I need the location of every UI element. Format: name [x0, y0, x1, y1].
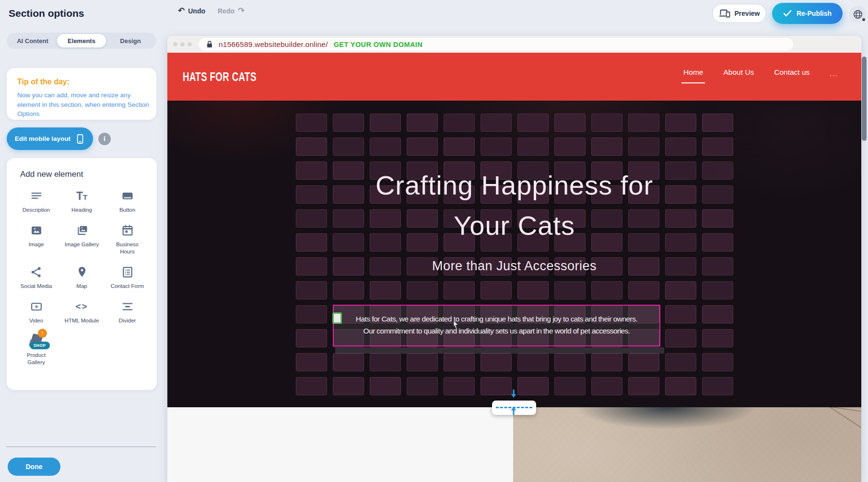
- element-item-social-media[interactable]: Social Media: [13, 265, 59, 290]
- element-label: Heading: [71, 207, 92, 214]
- element-item-video[interactable]: Video: [13, 299, 59, 324]
- element-label: Map: [76, 283, 87, 290]
- element-item-contact-form[interactable]: Contact Form: [105, 265, 150, 290]
- preview-label: Preview: [735, 10, 760, 17]
- check-icon: [783, 10, 792, 17]
- element-label: HTML Module: [65, 317, 99, 324]
- redo-label: Redo: [218, 7, 235, 15]
- canvas-scrollbar[interactable]: [862, 57, 867, 141]
- paving-image: [513, 407, 861, 482]
- phone-icon: [75, 134, 85, 144]
- element-item-business-hours[interactable]: Business Hours: [105, 223, 150, 255]
- edit-mobile-label: Edit mobile layout: [15, 135, 70, 142]
- image-icon: [26, 223, 47, 238]
- video-icon: [26, 299, 47, 314]
- panel-divider: [6, 447, 156, 447]
- hero-heading[interactable]: Crafting Happiness for Your Cats: [167, 165, 861, 246]
- undo-icon: ↶: [178, 7, 185, 15]
- globe-icon: [853, 9, 863, 20]
- element-item-heading[interactable]: TTHeading: [59, 189, 105, 214]
- selected-description-element[interactable]: Hats for Cats, we are dedicated to craft…: [333, 305, 660, 346]
- redo-button[interactable]: Redo ↷: [218, 7, 245, 15]
- tip-of-the-day-card: Tip of the day: Now you can add, move an…: [7, 68, 156, 120]
- hero-section[interactable]: Crafting Happiness for Your Cats More th…: [167, 101, 861, 407]
- product-gallery-icon: ↑SHOP: [26, 334, 47, 348]
- done-button[interactable]: Done: [8, 458, 60, 476]
- language-globe-button[interactable]: [849, 6, 867, 23]
- element-item-map[interactable]: Map: [59, 265, 105, 290]
- resize-arrow-up-icon: [510, 406, 517, 417]
- site-logo[interactable]: HATS FOR CATS: [183, 69, 257, 84]
- heading-icon: TT: [71, 189, 93, 203]
- lock-icon: [206, 40, 213, 48]
- element-label: Product Gallery: [18, 352, 55, 366]
- element-label: Divider: [119, 317, 136, 324]
- shop-badge: SHOP: [30, 342, 50, 349]
- element-label: Description: [23, 207, 50, 214]
- undo-redo-group: ↶ Undo Redo ↷: [178, 7, 245, 15]
- element-label: Video: [29, 317, 43, 324]
- element-item-button[interactable]: Button: [105, 189, 150, 214]
- image-gallery-icon: [71, 223, 93, 238]
- element-drop-indicator: [335, 347, 664, 354]
- drag-handle[interactable]: [332, 312, 342, 324]
- site-canvas: n1566589.websitebuilder.online/ GET YOUR…: [167, 36, 861, 482]
- element-item-image-gallery[interactable]: Image Gallery: [59, 223, 105, 255]
- social-media-icon: [26, 265, 47, 279]
- devices-icon: [719, 9, 730, 18]
- map-pin-icon: [71, 265, 93, 279]
- nav-more-button[interactable]: ...: [830, 70, 838, 78]
- info-icon[interactable]: i: [98, 133, 111, 145]
- html-code-icon: <>: [71, 299, 93, 314]
- element-label: Image Gallery: [65, 241, 99, 248]
- undo-label: Undo: [188, 7, 205, 15]
- hero-subheading[interactable]: More than Just Accessories: [167, 259, 861, 274]
- element-label: Contact Form: [111, 283, 144, 290]
- element-item-image[interactable]: Image: [13, 223, 59, 255]
- globe-badge-dot: [862, 18, 865, 21]
- browser-dots-icon: [173, 42, 192, 46]
- panel-tabs: AI Content Elements Design: [7, 33, 156, 49]
- nav-contact-us[interactable]: Contact us: [774, 68, 809, 80]
- tab-elements[interactable]: Elements: [57, 34, 106, 47]
- divider-icon: [117, 299, 138, 314]
- element-grid: DescriptionTTHeadingButtonImageImage Gal…: [13, 189, 150, 366]
- add-element-title: Add new element: [20, 170, 150, 179]
- site-url[interactable]: n1566589.websitebuilder.online/: [219, 40, 328, 49]
- edit-mobile-layout-button[interactable]: Edit mobile layout: [7, 127, 93, 150]
- panel-title: Section options: [9, 8, 84, 19]
- element-label: Button: [119, 207, 135, 214]
- site-header: HATS FOR CATS Home About Us Contact us .…: [167, 53, 861, 101]
- preview-button[interactable]: Preview: [712, 4, 766, 23]
- tab-ai-content[interactable]: AI Content: [8, 34, 57, 47]
- business-hours-icon: [117, 223, 138, 238]
- resize-arrow-down-icon: [510, 389, 517, 401]
- element-label: Business Hours: [109, 241, 146, 255]
- hero-description[interactable]: Hats for Cats, we are dedicated to craft…: [339, 313, 655, 337]
- tab-design[interactable]: Design: [106, 34, 155, 47]
- app-root: Section options AI Content Elements Desi…: [0, 0, 868, 482]
- redo-icon: ↷: [238, 7, 245, 15]
- text-lines-icon: [26, 189, 47, 203]
- get-domain-link[interactable]: GET YOUR OWN DOMAIN: [334, 41, 422, 48]
- element-item-divider[interactable]: Divider: [105, 299, 150, 324]
- element-item-product-gallery[interactable]: ↑SHOPProduct Gallery: [13, 334, 59, 366]
- element-item-description[interactable]: Description: [13, 189, 59, 214]
- contact-form-icon: [117, 265, 138, 279]
- element-label: Social Media: [21, 283, 52, 290]
- nav-about-us[interactable]: About Us: [723, 68, 754, 80]
- button-icon: [117, 189, 138, 203]
- republish-label: Re-Publish: [797, 10, 832, 17]
- next-section[interactable]: [167, 407, 861, 482]
- tip-title: Tip of the day:: [17, 78, 146, 86]
- nav-home[interactable]: Home: [683, 68, 703, 80]
- undo-button[interactable]: ↶ Undo: [178, 7, 205, 15]
- add-element-card: Add new element DescriptionTTHeadingButt…: [7, 158, 157, 390]
- url-bar[interactable]: n1566589.websitebuilder.online/ GET YOUR…: [199, 38, 793, 51]
- element-label: Image: [29, 241, 44, 248]
- site-nav: Home About Us Contact us ...: [683, 68, 838, 80]
- tip-body: Now you can add, move and resize any ele…: [17, 91, 152, 119]
- republish-button[interactable]: Re-Publish: [772, 3, 843, 24]
- element-item-html-module[interactable]: <>HTML Module: [59, 299, 105, 324]
- mouse-cursor: [452, 320, 460, 331]
